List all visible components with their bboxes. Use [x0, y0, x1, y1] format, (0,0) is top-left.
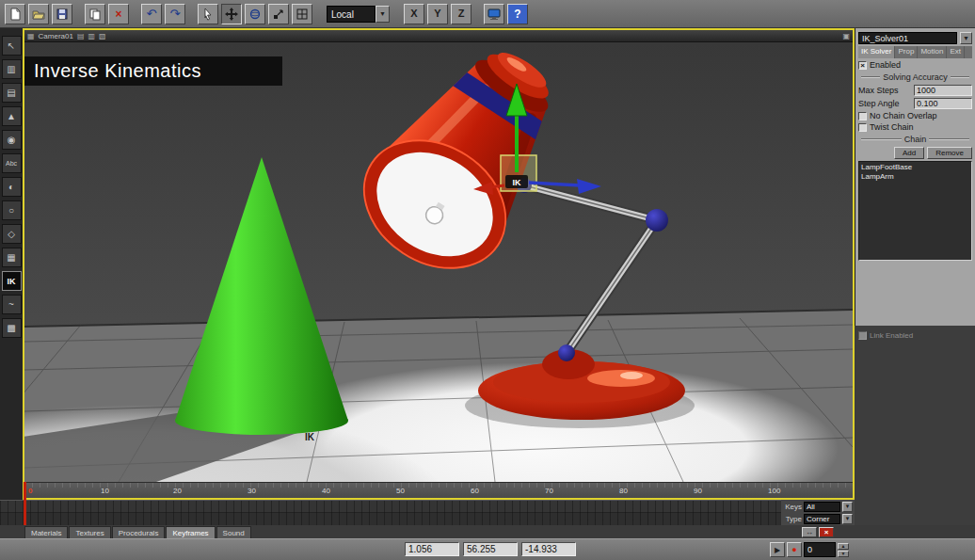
- move-icon: [225, 8, 238, 21]
- material-icon: ◐: [8, 182, 14, 192]
- chain-add-button[interactable]: Add: [894, 147, 924, 159]
- camera-menu-icon[interactable]: ▦: [27, 32, 35, 40]
- frame-spinner: ▲ ▼: [838, 543, 849, 557]
- material-tool-button[interactable]: ◐: [2, 177, 22, 197]
- ik-tool-button[interactable]: IK: [2, 271, 22, 291]
- spinner-down-icon[interactable]: ▼: [838, 551, 849, 557]
- coord-z-input[interactable]: [521, 542, 576, 556]
- coord-x-input[interactable]: [405, 542, 459, 556]
- tab-ext[interactable]: Ext: [947, 46, 965, 58]
- axis-z-button[interactable]: Z: [451, 4, 472, 24]
- copy-icon: [88, 8, 102, 21]
- delete-key-button[interactable]: ×: [819, 527, 834, 537]
- playhead-marker[interactable]: [24, 482, 26, 525]
- ruler-tick: 90: [694, 487, 702, 495]
- elbow-joint[interactable]: [646, 209, 668, 232]
- tab-keyframes[interactable]: Keyframes: [166, 526, 215, 538]
- keyframe-track-strip[interactable]: [0, 500, 781, 525]
- max-steps-input[interactable]: [914, 85, 972, 96]
- curve-tool-button[interactable]: ~: [2, 295, 22, 314]
- undo-button[interactable]: ↶: [141, 4, 162, 24]
- current-frame-input[interactable]: [804, 542, 836, 557]
- cone-tool-button[interactable]: ▲: [2, 106, 22, 126]
- viewport-canvas[interactable]: Inverse Kinematics: [24, 42, 853, 482]
- solver-name-dropdown[interactable]: IK_Solver01: [858, 32, 957, 44]
- rotate-tool-button[interactable]: [245, 4, 265, 24]
- select-tool-button[interactable]: [198, 4, 218, 24]
- chevron-down-icon[interactable]: ▼: [842, 502, 853, 512]
- timeline-ruler[interactable]: 0 10 20 30 40 50 60 70 80 90 100: [24, 482, 853, 498]
- scale-tool-button[interactable]: [268, 4, 289, 24]
- redo-button[interactable]: ↷: [165, 4, 185, 24]
- text-icon: Abc: [6, 160, 17, 167]
- chain-remove-button[interactable]: Remove: [927, 147, 972, 159]
- chevron-down-icon[interactable]: ▼: [376, 6, 390, 23]
- chain-title: Chain: [904, 135, 927, 144]
- render-view-button[interactable]: [484, 4, 504, 24]
- plane-tool-button[interactable]: ▤: [2, 83, 22, 103]
- base-joint[interactable]: [558, 344, 575, 361]
- type-dropdown[interactable]: Corner: [804, 514, 840, 524]
- help-button[interactable]: ?: [507, 4, 528, 24]
- new-file-button[interactable]: [5, 4, 25, 24]
- save-button[interactable]: [52, 4, 72, 24]
- eye-tool-button[interactable]: ◉: [2, 130, 22, 150]
- text-tool-button[interactable]: Abc: [2, 153, 22, 173]
- maximize-view-icon[interactable]: ▣: [842, 32, 850, 40]
- deform-icon: ◇: [8, 229, 15, 239]
- enabled-checkbox[interactable]: [858, 61, 867, 70]
- keys-dropdown[interactable]: All: [804, 502, 840, 512]
- delete-button[interactable]: ×: [108, 4, 129, 24]
- link-enabled-checkbox[interactable]: [858, 331, 867, 340]
- chevron-down-icon[interactable]: ▼: [842, 514, 853, 524]
- ruler-tick: 30: [248, 487, 256, 495]
- application-window: × ↶ ↷ Local ▼ X Y Z: [0, 0, 975, 560]
- no-chain-overlap-checkbox[interactable]: [858, 112, 867, 120]
- playback-controls: ▶ ● ▲ ▼: [770, 542, 849, 557]
- lattice-tool-button[interactable]: ▩: [2, 318, 22, 338]
- cone-icon: ▲: [7, 111, 16, 121]
- chevron-down-icon[interactable]: ▼: [960, 32, 972, 44]
- open-folder-button[interactable]: [28, 4, 49, 24]
- ik-chip-label: IK: [513, 178, 522, 187]
- copy-button[interactable]: [85, 4, 105, 24]
- wireframe-mode-icon[interactable]: ▥: [88, 32, 95, 40]
- shade-mode-icon[interactable]: ▤: [77, 32, 85, 40]
- snap-tool-button[interactable]: [292, 4, 312, 24]
- chain-list-item[interactable]: LampArm: [861, 172, 969, 182]
- spinner-up-icon[interactable]: ▲: [838, 543, 849, 550]
- sphere-tool-button[interactable]: ○: [2, 200, 22, 220]
- ruler-tick: 40: [322, 487, 330, 495]
- cylinder-tool-button[interactable]: ▥: [2, 59, 22, 79]
- chain-listbox[interactable]: LampFootBase LampArm: [858, 161, 972, 261]
- axis-y-button[interactable]: Y: [427, 4, 448, 24]
- save-icon: [56, 8, 69, 21]
- deform-tool-button[interactable]: ◇: [2, 224, 22, 244]
- ruler-tick: 50: [396, 487, 405, 495]
- tab-textures[interactable]: Textures: [69, 526, 110, 538]
- swap-button[interactable]: ↔: [802, 527, 817, 537]
- play-button[interactable]: ▶: [770, 542, 785, 557]
- tab-motion[interactable]: Motion: [918, 46, 947, 58]
- tab-procedurals[interactable]: Procedurals: [112, 526, 166, 538]
- axis-x-button[interactable]: X: [404, 4, 424, 24]
- pointer-tool-button[interactable]: ↖: [2, 36, 22, 56]
- coord-y-input[interactable]: [463, 542, 518, 556]
- record-button[interactable]: ●: [787, 542, 802, 557]
- twist-chain-checkbox[interactable]: [858, 123, 867, 132]
- scene-title-overlay: Inverse Kinematics: [24, 56, 282, 86]
- tab-ik-solver[interactable]: IK Solver: [858, 46, 895, 58]
- grid-tool-button[interactable]: ▦: [2, 248, 22, 267]
- play-icon: ▶: [775, 546, 780, 554]
- tab-prop[interactable]: Prop: [895, 46, 918, 58]
- chain-list-item[interactable]: LampFootBase: [861, 163, 969, 172]
- camera-label[interactable]: Camera01: [39, 32, 73, 40]
- coordinate-space-dropdown[interactable]: Local ▼: [327, 6, 390, 23]
- tab-materials[interactable]: Materials: [24, 526, 68, 538]
- scene-3d[interactable]: IK IK: [24, 42, 853, 482]
- move-tool-button[interactable]: [221, 4, 242, 24]
- step-angle-input[interactable]: [914, 98, 972, 109]
- texture-mode-icon[interactable]: ▧: [99, 32, 106, 40]
- tab-sound[interactable]: Sound: [216, 526, 251, 538]
- snap-grid-icon: [296, 8, 309, 21]
